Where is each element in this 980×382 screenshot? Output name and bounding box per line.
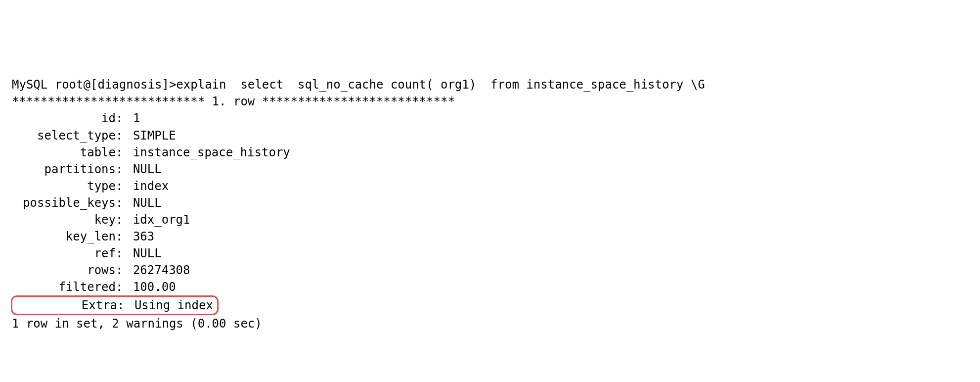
field-label: ref	[12, 245, 116, 262]
field-value: 363	[133, 228, 154, 245]
field-sep: :	[116, 178, 133, 194]
field-key-len: key_len: 363	[12, 228, 968, 245]
field-possible-keys: possible_keys: NULL	[12, 194, 968, 211]
field-value: SIMPLE	[133, 127, 176, 144]
field-value: 1	[133, 110, 140, 127]
field-sep: :	[116, 194, 133, 211]
field-sep: :	[117, 297, 134, 314]
field-label: Extra	[12, 297, 117, 314]
field-select-type: select_type: SIMPLE	[12, 127, 968, 144]
field-label: table	[12, 144, 116, 161]
row-separator-right: ***************************	[262, 95, 455, 108]
field-label: key_len	[12, 228, 116, 245]
field-value: idx_org1	[133, 211, 190, 228]
field-sep: :	[116, 110, 133, 127]
field-value: NULL	[133, 161, 162, 178]
field-sep: :	[116, 144, 133, 161]
field-value: Using index	[134, 297, 213, 314]
field-value: index	[133, 178, 169, 194]
field-label: filtered	[12, 279, 116, 295]
field-ref: ref: NULL	[12, 245, 968, 262]
field-sep: :	[116, 211, 133, 228]
field-value: 26274308	[133, 262, 190, 279]
field-table: table: instance_space_history	[12, 144, 968, 161]
field-label: partitions	[12, 161, 116, 178]
field-value: NULL	[133, 194, 162, 211]
field-key: key: idx_org1	[12, 211, 968, 228]
field-sep: :	[116, 279, 133, 295]
field-type: type: index	[12, 178, 968, 194]
field-rows: rows: 26274308	[12, 262, 968, 279]
field-filtered: filtered: 100.00	[12, 279, 968, 295]
field-label: key	[12, 211, 116, 228]
field-label: id	[12, 110, 116, 127]
field-extra-highlighted: Extra: Using index	[11, 295, 219, 315]
prompt-command: explain select sql_no_cache count( org1)…	[176, 78, 705, 92]
field-value: 100.00	[133, 279, 176, 295]
field-sep: :	[116, 262, 133, 279]
field-value: instance_space_history	[133, 144, 290, 161]
field-label: select_type	[12, 127, 116, 144]
result-footer: 1 row in set, 2 warnings (0.00 sec)	[12, 315, 968, 332]
field-sep: :	[116, 127, 133, 144]
prompt-prefix: MySQL root@[diagnosis]>	[12, 78, 176, 92]
field-sep: :	[116, 228, 133, 245]
field-label: type	[12, 178, 116, 194]
field-partitions: partitions: NULL	[12, 161, 968, 178]
field-label: rows	[12, 262, 116, 279]
row-separator-label: 1. row	[205, 95, 262, 108]
row-separator: *************************** 1. row *****…	[12, 93, 968, 110]
prompt-line[interactable]: MySQL root@[diagnosis]>explain select sq…	[12, 76, 968, 93]
field-sep: :	[116, 161, 133, 178]
field-value: NULL	[133, 245, 162, 262]
row-separator-left: ***************************	[12, 95, 205, 108]
field-label: possible_keys	[12, 194, 116, 211]
field-sep: :	[116, 245, 133, 262]
field-id: id: 1	[12, 110, 968, 127]
